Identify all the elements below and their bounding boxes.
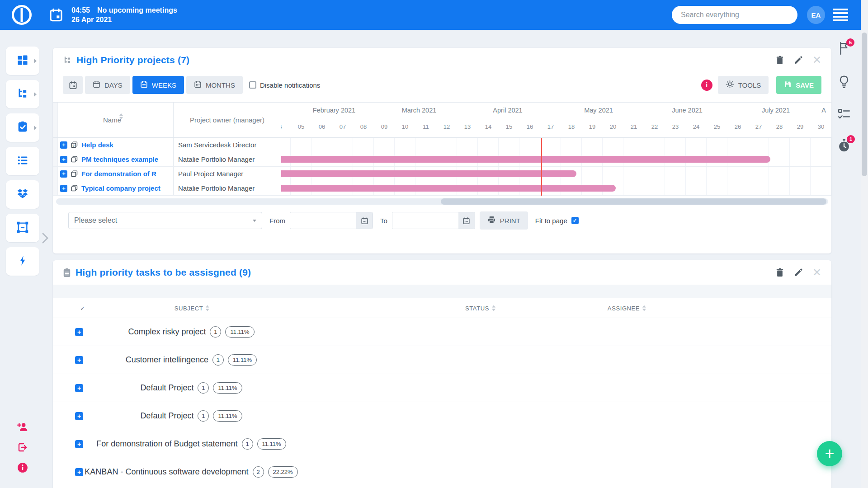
- subject-column-header[interactable]: SUBJECT: [175, 305, 210, 311]
- disable-notifications-checkbox[interactable]: [249, 81, 256, 89]
- gantt-bar[interactable]: [281, 185, 616, 192]
- printer-icon: [487, 216, 496, 225]
- week-label: 10: [402, 123, 408, 130]
- week-label: 25: [714, 123, 720, 130]
- sidebar-item-tasks[interactable]: [6, 113, 39, 142]
- sort-icon[interactable]: [119, 113, 123, 119]
- fit-to-page-checkbox[interactable]: ✓: [571, 217, 579, 224]
- week-label: 18: [568, 123, 575, 130]
- project-link[interactable]: Typical company project: [81, 184, 160, 192]
- logout-icon[interactable]: [17, 442, 28, 453]
- gantt-bar[interactable]: [281, 170, 576, 177]
- gantt-chart: Name Project owner (manager) February 20…: [53, 102, 831, 205]
- task-subject-link[interactable]: For demonstration of Budget statement: [96, 439, 237, 449]
- check-column-header[interactable]: ✓: [80, 305, 85, 311]
- days-label: DAYS: [104, 81, 123, 89]
- sidebar-footer: [0, 421, 45, 474]
- lightbulb-icon[interactable]: [838, 75, 850, 91]
- sidebar-item-dropbox[interactable]: [6, 180, 39, 209]
- add-new-fab-button[interactable]: +: [817, 441, 842, 466]
- status-column-header[interactable]: STATUS: [465, 305, 496, 311]
- task-percent-badge: 11.11%: [213, 410, 242, 422]
- info-badge-icon[interactable]: i: [701, 80, 712, 91]
- owner-column-header[interactable]: Project owner (manager): [174, 103, 281, 137]
- meeting-info[interactable]: 04:55No upcoming meetings 26 Apr 2021: [71, 5, 177, 24]
- gantt-row: +PM techniques exampleNatalie Portfolio …: [53, 152, 831, 167]
- month-label: March 2021: [402, 107, 437, 114]
- task-subject-link[interactable]: Default Project: [140, 383, 193, 393]
- calendar-icon: [93, 80, 100, 89]
- left-sidebar: [6, 47, 39, 281]
- gantt-bar[interactable]: [281, 156, 770, 163]
- task-count-badge: 1: [198, 410, 209, 422]
- gantt-chart-cell: [281, 138, 831, 152]
- task-subject-group: Default Project111.11%: [53, 402, 330, 430]
- info-icon[interactable]: [17, 462, 28, 474]
- pencil-icon[interactable]: [794, 56, 802, 65]
- page-scrollbar: [861, 0, 868, 488]
- task-subject-link[interactable]: Default Project: [140, 411, 193, 421]
- task-subject-link[interactable]: Complex risky project: [128, 327, 206, 337]
- expand-row-button[interactable]: +: [60, 141, 67, 149]
- search-input[interactable]: [672, 6, 797, 24]
- week-label: 08: [360, 123, 367, 130]
- hamburger-icon[interactable]: [833, 9, 848, 21]
- disable-notifications-toggle[interactable]: Disable notifications: [249, 81, 320, 89]
- pencil-icon[interactable]: [794, 268, 802, 277]
- close-icon[interactable]: ✕: [812, 56, 821, 65]
- page-scrollbar-thumb[interactable]: [862, 33, 867, 176]
- task-subject-link[interactable]: Customer intellingence: [126, 355, 208, 365]
- expand-row-button[interactable]: +: [60, 156, 67, 163]
- weeks-button[interactable]: WEEKS: [132, 76, 184, 94]
- gantt-panel-header: High Priority projects (7) ✕: [53, 48, 831, 72]
- task-subject-group: For demonstration of Budget statement111…: [53, 430, 330, 458]
- days-button[interactable]: DAYS: [85, 76, 130, 94]
- sidebar-expander-chevron-icon[interactable]: [42, 232, 49, 246]
- sidebar-item-frame[interactable]: [6, 214, 39, 242]
- task-percent-badge: 22.22%: [268, 466, 298, 478]
- gantt-footer: Please select From To PRINT Fit to page …: [68, 212, 821, 229]
- expand-row-button[interactable]: +: [60, 185, 67, 192]
- avatar[interactable]: EA: [807, 6, 825, 24]
- trash-icon[interactable]: [776, 56, 784, 65]
- filter-select[interactable]: Please select: [68, 212, 262, 229]
- close-icon[interactable]: ✕: [812, 268, 821, 277]
- from-date-input[interactable]: [290, 212, 356, 229]
- gantt-scrollbar-thumb[interactable]: [441, 198, 826, 205]
- from-date-field: [290, 212, 373, 229]
- tools-button[interactable]: TOOLS: [718, 76, 769, 94]
- project-link[interactable]: PM techniques example: [81, 155, 158, 163]
- week-label: 07: [340, 123, 346, 130]
- sidebar-item-list[interactable]: [6, 147, 39, 175]
- subprojects-stack-icon: 9: [71, 141, 78, 149]
- save-button[interactable]: SAVE: [776, 76, 821, 94]
- add-user-icon[interactable]: [17, 421, 28, 433]
- subprojects-stack-icon: [71, 155, 78, 163]
- project-link[interactable]: For demonstration of R: [81, 170, 156, 178]
- name-column-header[interactable]: Name: [58, 103, 174, 137]
- calendar-icon[interactable]: [356, 212, 373, 229]
- months-button[interactable]: MONTHS: [186, 76, 243, 94]
- task-subject-link[interactable]: KANBAN - Continuous software development: [85, 467, 248, 477]
- print-button[interactable]: PRINT: [480, 211, 528, 230]
- to-date-input[interactable]: [392, 212, 458, 229]
- dashboard-icon: [16, 54, 29, 68]
- sidebar-item-projects[interactable]: [6, 80, 39, 108]
- checklist-icon[interactable]: [838, 108, 850, 122]
- calendar-icon[interactable]: [458, 212, 475, 229]
- sidebar-item-quick-actions[interactable]: [6, 247, 39, 276]
- calendar-button[interactable]: [63, 76, 83, 94]
- trash-icon[interactable]: [776, 268, 784, 277]
- calendar-icon[interactable]: [49, 8, 63, 22]
- stopwatch-icon[interactable]: 1: [838, 138, 850, 155]
- fit-to-page-toggle[interactable]: Fit to page ✓: [535, 217, 579, 225]
- flag-icon[interactable]: 5: [838, 42, 850, 57]
- gantt-name-cell: +9Help desk: [58, 138, 174, 152]
- chevron-right-icon: [34, 126, 37, 130]
- assignee-column-header[interactable]: ASSIGNEE: [608, 305, 646, 311]
- expand-row-button[interactable]: +: [60, 170, 67, 178]
- project-link[interactable]: Help desk: [81, 141, 113, 149]
- app-logo[interactable]: [12, 5, 32, 25]
- status-column-label: STATUS: [465, 305, 489, 311]
- sidebar-item-dashboard[interactable]: [6, 47, 39, 75]
